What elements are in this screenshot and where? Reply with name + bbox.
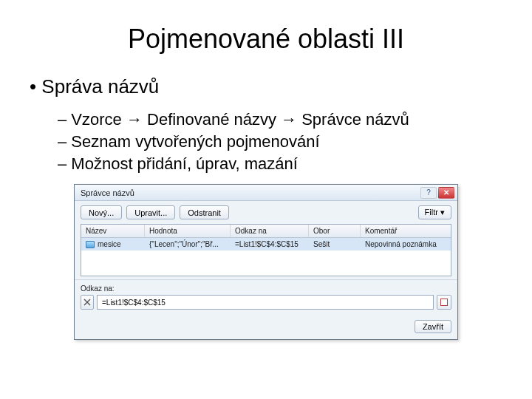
name-manager-dialog: Správce názvů ? ✕ Nový... Upravit... Ods…	[74, 184, 458, 340]
bullet-level1: Správa názvů	[30, 75, 510, 98]
nav-step-3: Správce názvů	[297, 110, 409, 129]
bullet-level2-list: Seznam vytvořených pojmenování	[58, 132, 510, 151]
edit-button[interactable]: Upravit...	[126, 205, 175, 219]
filter-button[interactable]: Filtr ▾	[418, 205, 451, 219]
table-row[interactable]: mesice {"Lecen";"Únor";"Bř... =List1!$C$…	[81, 238, 451, 250]
x-icon	[83, 299, 91, 306]
range-picker-icon	[440, 299, 448, 306]
cell-value: {"Lecen";"Únor";"Bř...	[145, 238, 231, 250]
close-button[interactable]: ✕	[438, 187, 454, 199]
table-empty-area	[81, 250, 451, 276]
col-header-name[interactable]: Název	[81, 225, 145, 237]
refers-to-input[interactable]	[97, 295, 434, 310]
cell-comment: Nepovinná poznámka	[361, 238, 451, 250]
bullet-level2-actions: Možnost přidání, úprav, mazání	[58, 154, 510, 174]
slide-title: Pojmenované oblasti III	[22, 24, 510, 55]
range-picker-button[interactable]	[437, 295, 451, 310]
bullet-level2-nav: Vzorce → Definované názvy → Správce názv…	[58, 110, 510, 129]
cell-scope: Sešit	[309, 238, 361, 250]
cell-name: mesice	[98, 240, 121, 248]
col-header-comment[interactable]: Komentář	[361, 225, 451, 237]
arrow-icon: →	[281, 110, 297, 129]
col-header-scope[interactable]: Obor	[309, 225, 361, 237]
new-button[interactable]: Nový...	[81, 205, 122, 219]
titlebar: Správce názvů ? ✕	[75, 185, 457, 201]
cell-ref: =List1!$C$4:$C$15	[231, 238, 309, 250]
arrow-icon: →	[126, 110, 143, 129]
col-header-ref[interactable]: Odkaz na	[231, 225, 309, 237]
names-table: Název Hodnota Odkaz na Obor Komentář mes…	[81, 224, 451, 276]
cancel-ref-button[interactable]	[81, 295, 94, 310]
dialog-title: Správce názvů	[81, 188, 134, 197]
table-header: Název Hodnota Odkaz na Obor Komentář	[81, 225, 451, 238]
dialog-footer: Zavřít	[75, 316, 457, 339]
nav-step-1: Vzorce	[71, 110, 126, 129]
range-icon	[86, 241, 95, 248]
refers-to-section: Odkaz na:	[75, 279, 457, 316]
delete-button[interactable]: Odstranit	[180, 205, 229, 219]
close-dialog-button[interactable]: Zavřít	[415, 320, 451, 333]
help-button[interactable]: ?	[420, 187, 437, 199]
col-header-value[interactable]: Hodnota	[145, 225, 231, 237]
nav-step-2: Definované názvy	[143, 110, 281, 129]
toolbar: Nový... Upravit... Odstranit Filtr ▾	[75, 201, 457, 224]
refers-to-label: Odkaz na:	[81, 284, 451, 293]
